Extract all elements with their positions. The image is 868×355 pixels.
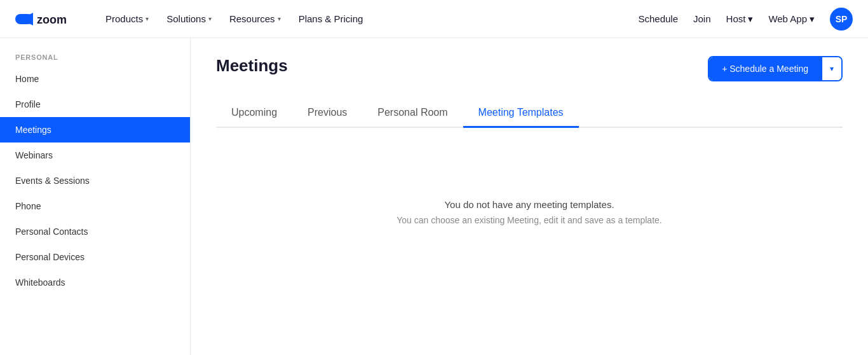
sidebar-item-personal-contacts[interactable]: Personal Contacts bbox=[0, 219, 190, 244]
schedule-dropdown-chevron-icon: ▾ bbox=[830, 64, 834, 73]
empty-state-secondary-text: You can choose an existing Meeting, edit… bbox=[397, 215, 661, 225]
nav-schedule-link[interactable]: Schedule bbox=[638, 13, 678, 24]
sidebar-item-profile[interactable]: Profile bbox=[0, 92, 190, 117]
nav-links: Products ▾ Solutions ▾ Resources ▾ Plans… bbox=[98, 8, 618, 29]
tab-meeting-templates[interactable]: Meeting Templates bbox=[463, 99, 579, 128]
empty-state-primary-text: You do not have any meeting templates. bbox=[444, 199, 614, 210]
nav-item-products[interactable]: Products ▾ bbox=[98, 8, 156, 29]
schedule-button-wrapper: + Schedule a Meeting ▾ bbox=[708, 56, 843, 81]
nav-item-solutions[interactable]: Solutions ▾ bbox=[159, 8, 219, 29]
sidebar-item-home[interactable]: Home bbox=[0, 66, 190, 92]
sidebar-item-events-sessions[interactable]: Events & Sessions bbox=[0, 168, 190, 193]
nav-host-link[interactable]: Host ▾ bbox=[726, 13, 754, 25]
sidebar-item-phone[interactable]: Phone bbox=[0, 193, 190, 219]
sidebar-section-label: PERSONAL bbox=[0, 48, 190, 66]
empty-state: You do not have any meeting templates. Y… bbox=[216, 148, 843, 276]
schedule-meeting-button[interactable]: + Schedule a Meeting bbox=[709, 57, 821, 80]
webapp-chevron-icon: ▾ bbox=[810, 13, 815, 25]
tab-previous[interactable]: Previous bbox=[292, 99, 362, 128]
nav-right: Schedule Join Host ▾ Web App ▾ SP bbox=[638, 8, 853, 31]
tabs: Upcoming Previous Personal Room Meeting … bbox=[216, 99, 843, 128]
nav-webapp-link[interactable]: Web App ▾ bbox=[768, 13, 815, 25]
nav-join-link[interactable]: Join bbox=[693, 13, 711, 24]
top-nav: zoom Products ▾ Solutions ▾ Resources ▾ … bbox=[0, 0, 868, 38]
tab-upcoming[interactable]: Upcoming bbox=[216, 99, 292, 128]
sidebar-item-whiteboards[interactable]: Whiteboards bbox=[0, 270, 190, 295]
sidebar-item-meetings[interactable]: Meetings bbox=[0, 117, 190, 143]
svg-text:zoom: zoom bbox=[37, 13, 67, 26]
page-title: Meetings bbox=[216, 56, 288, 76]
nav-item-resources[interactable]: Resources ▾ bbox=[222, 8, 288, 29]
products-chevron-icon: ▾ bbox=[146, 15, 149, 22]
solutions-chevron-icon: ▾ bbox=[208, 15, 212, 22]
user-avatar[interactable]: SP bbox=[830, 8, 853, 31]
logo[interactable]: zoom bbox=[15, 10, 72, 28]
nav-item-plans[interactable]: Plans & Pricing bbox=[291, 8, 371, 29]
sidebar: PERSONAL Home Profile Meetings Webinars … bbox=[0, 38, 191, 355]
content-header: Meetings + Schedule a Meeting ▾ bbox=[216, 56, 843, 81]
host-chevron-icon: ▾ bbox=[748, 13, 753, 25]
main-layout: PERSONAL Home Profile Meetings Webinars … bbox=[0, 38, 868, 355]
sidebar-item-webinars[interactable]: Webinars bbox=[0, 143, 190, 168]
resources-chevron-icon: ▾ bbox=[278, 15, 281, 22]
content-area: Meetings + Schedule a Meeting ▾ Upcoming… bbox=[191, 38, 868, 355]
schedule-meeting-dropdown-button[interactable]: ▾ bbox=[821, 57, 841, 80]
tab-personal-room[interactable]: Personal Room bbox=[362, 99, 463, 128]
sidebar-item-personal-devices[interactable]: Personal Devices bbox=[0, 244, 190, 270]
